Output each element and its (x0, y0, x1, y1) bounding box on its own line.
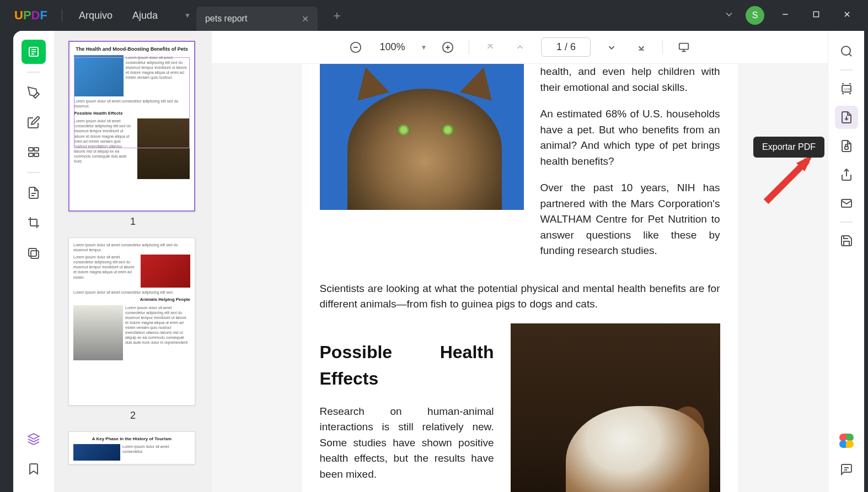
thumb-page-number: 2 (68, 410, 197, 421)
svg-rect-2 (29, 148, 33, 151)
presentation-button[interactable] (675, 39, 693, 56)
maximize-button[interactable] (806, 10, 826, 20)
svg-point-12 (842, 46, 850, 55)
svg-rect-5 (34, 153, 39, 156)
document-page: health, and even help children with thei… (302, 64, 738, 492)
edit-tool[interactable] (22, 110, 46, 134)
minimize-button[interactable] (775, 10, 795, 21)
doc-paragraph: health, and even help children with thei… (540, 64, 720, 95)
redact-tool[interactable] (22, 240, 46, 264)
add-tab-button[interactable]: ＋ (322, 7, 352, 24)
doc-paragraph: Over the past 10 years, NIH has partnere… (540, 180, 720, 259)
menu-file[interactable]: Arquivo (69, 10, 122, 21)
main-area: The Health and Mood-Boosting Benefits of… (13, 31, 864, 492)
svg-rect-11 (679, 43, 689, 49)
svg-rect-4 (29, 153, 33, 156)
first-page-button[interactable] (481, 39, 499, 56)
thumb-sub: Animals Helping People (73, 297, 190, 302)
thumbnail-3[interactable]: A Key Phase in the History of Tourism Lo… (68, 431, 197, 464)
separator (662, 40, 663, 55)
zoom-out-button[interactable] (347, 39, 365, 56)
thumbnail-2[interactable]: Lorem ipsum dolor sit amet consectetur a… (68, 237, 197, 421)
tab-title: pets report (205, 14, 247, 24)
separator (27, 72, 40, 73)
svg-rect-15 (845, 147, 848, 149)
forms-tool[interactable] (22, 181, 46, 205)
ai-assistant-button[interactable] (835, 429, 858, 452)
doc-paragraph: An estimated 68% of U.S. households have… (540, 106, 720, 169)
zoom-level: 100% (377, 41, 409, 53)
doc-paragraph: Research on human-animal interactions is… (320, 404, 494, 483)
chevron-down-icon[interactable] (724, 9, 735, 22)
layers-tool[interactable] (22, 427, 46, 451)
svg-rect-6 (29, 248, 36, 256)
user-avatar[interactable]: S (746, 6, 764, 25)
doc-paragraph: Scientists are looking at what the poten… (320, 281, 720, 312)
dog-image (511, 323, 720, 493)
page-input[interactable] (541, 37, 591, 57)
cat-image (320, 64, 524, 210)
separator (469, 40, 469, 55)
svg-rect-7 (31, 251, 39, 258)
prev-page-button[interactable] (511, 39, 529, 56)
titlebar: UPDF Arquivo Ajuda ▼ pets report ✕ ＋ S (0, 0, 868, 31)
thumbnail-1[interactable]: The Health and Mood-Boosting Benefits of… (68, 41, 197, 228)
protect-button[interactable] (835, 134, 858, 158)
next-page-button[interactable] (603, 39, 620, 56)
zoom-in-button[interactable] (439, 39, 457, 56)
app-logo: UPDF (7, 8, 55, 23)
menu-help[interactable]: Ajuda (122, 10, 168, 21)
thumb-title: A Key Phase in the History of Tourism (73, 436, 190, 442)
search-button[interactable] (835, 40, 858, 63)
export-pdf-tooltip: Exportar PDF (753, 137, 824, 158)
doc-heading: Possible Health Effects (320, 339, 494, 392)
tab-area: ▼ pets report ✕ ＋ (179, 0, 724, 31)
menu-dropdown-icon[interactable]: ▼ (179, 12, 196, 19)
svg-rect-3 (34, 148, 39, 151)
left-toolbar (13, 31, 54, 492)
share-button[interactable] (835, 163, 858, 186)
close-window-button[interactable] (837, 10, 857, 21)
document-area: 100% ▼ (212, 31, 828, 492)
ocr-button[interactable]: OCR (835, 77, 858, 100)
comment-tool[interactable] (22, 80, 46, 105)
thumb-page-number: 1 (68, 216, 197, 228)
document-toolbar: 100% ▼ (212, 31, 828, 64)
bookmark-tool[interactable] (22, 457, 46, 481)
zoom-dropdown-icon[interactable]: ▼ (421, 44, 427, 51)
thumb-sub: Possible Health Effects (74, 111, 190, 116)
last-page-button[interactable] (633, 39, 650, 56)
svg-text:OCR: OCR (844, 88, 851, 91)
svg-marker-8 (28, 434, 39, 439)
thumb-title: The Health and Mood-Boosting Benefits of… (74, 46, 190, 53)
save-button[interactable] (835, 229, 858, 252)
close-icon[interactable]: ✕ (302, 14, 309, 24)
document-scroll[interactable]: health, and even help children with thei… (212, 64, 828, 492)
thumbnail-panel[interactable]: The Health and Mood-Boosting Benefits of… (54, 31, 212, 492)
export-pdf-button[interactable] (835, 106, 858, 129)
crop-tool[interactable] (22, 210, 46, 235)
chat-button[interactable] (835, 458, 858, 481)
tab-pets-report[interactable]: pets report ✕ (196, 7, 318, 31)
separator (840, 69, 853, 71)
divider (62, 9, 62, 22)
separator (27, 172, 40, 173)
right-toolbar: OCR (828, 31, 864, 492)
window-controls-right: S (724, 6, 861, 25)
reader-tool[interactable] (22, 40, 46, 64)
organize-tool[interactable] (22, 140, 46, 164)
email-button[interactable] (835, 192, 858, 215)
separator (840, 221, 853, 223)
svg-rect-0 (813, 12, 818, 17)
